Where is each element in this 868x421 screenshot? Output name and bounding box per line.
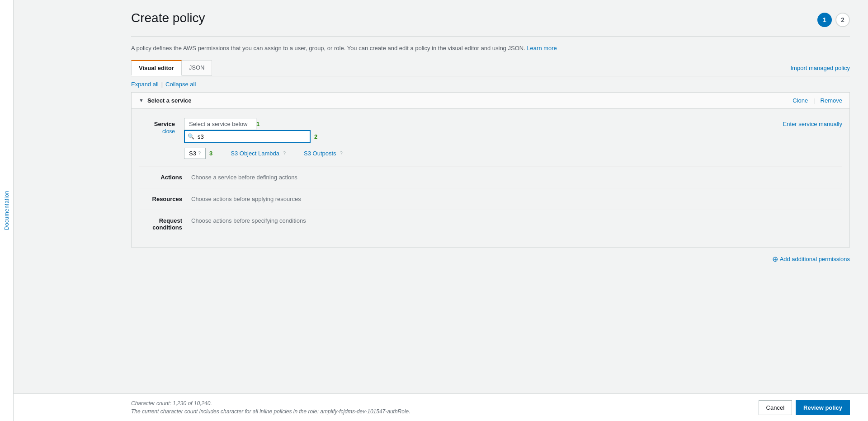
service-result-s3-lambda: S3 Object Lambda ?: [231, 150, 286, 157]
cancel-button[interactable]: Cancel: [759, 400, 792, 415]
service-section-header: ▼ Select a service Clone | Remove: [132, 93, 849, 109]
add-permissions-container: ⊕ Add additional permissions: [131, 248, 850, 271]
collapse-all-link[interactable]: Collapse all: [165, 81, 196, 88]
step-3-badge: 3: [209, 150, 212, 157]
service-results: S3 ? 3 S3 Object Lambda ? S3 Outposts: [184, 148, 842, 159]
sidebar: Documentation: [0, 0, 14, 421]
service-result-s3-outposts: S3 Outposts ?: [304, 150, 343, 157]
tab-visual-editor[interactable]: Visual editor: [131, 60, 182, 76]
page-wrapper: Create policy 1 2 A policy defines the A…: [14, 0, 868, 393]
footer: Character count: 1,230 of 10,240. The cu…: [14, 393, 868, 421]
actions-value: Choose a service before defining actions: [191, 174, 297, 181]
page-description: A policy defines the AWS permissions tha…: [131, 44, 850, 53]
char-count-line2: The current character count includes cha…: [131, 407, 410, 416]
step-indicators: 1 2: [817, 13, 850, 27]
service-select-input[interactable]: Select a service below: [184, 118, 256, 130]
step-2-indicator: 2: [835, 13, 850, 27]
expand-collapse-controls: Expand all | Collapse all: [131, 76, 850, 92]
header-divider: [131, 36, 850, 37]
tabs-container: Visual editor JSON Import managed policy: [131, 60, 850, 76]
select-a-service-label: Select a service: [147, 97, 192, 104]
documentation-tab[interactable]: Documentation: [4, 191, 10, 230]
actions-row: Actions Choose a service before defining…: [139, 166, 842, 188]
footer-buttons: Cancel Review policy: [759, 400, 850, 415]
enter-service-manually-link[interactable]: Enter service manually: [783, 121, 843, 127]
page-header: Create policy 1 2: [131, 11, 850, 27]
tab-json[interactable]: JSON: [181, 60, 212, 76]
service-search-input[interactable]: [184, 130, 311, 143]
resources-row: Resources Choose actions before applying…: [139, 188, 842, 210]
conditions-label: Request conditions: [146, 217, 191, 231]
learn-more-link[interactable]: Learn more: [527, 45, 557, 51]
search-container: 🔍 2: [184, 130, 842, 143]
add-permissions-label: Add additional permissions: [780, 256, 850, 262]
service-header-right: Clone | Remove: [793, 97, 842, 104]
search-icon: 🔍: [188, 133, 194, 140]
s3-help-icon[interactable]: ?: [198, 150, 201, 156]
import-managed-policy-link[interactable]: Import managed policy: [790, 65, 850, 71]
step-1-badge: 1: [256, 121, 259, 127]
step-2-badge: 2: [314, 133, 317, 140]
service-result-s3: S3 ? 3: [184, 148, 212, 159]
close-link[interactable]: close: [139, 128, 175, 135]
clone-link[interactable]: Clone: [793, 97, 808, 104]
resources-value: Choose actions before applying resources: [191, 196, 301, 202]
s3-outposts-help-icon[interactable]: ?: [340, 150, 343, 156]
actions-label: Actions: [146, 174, 191, 181]
remove-link[interactable]: Remove: [821, 97, 842, 104]
service-header-left: ▼ Select a service: [139, 97, 191, 104]
main-content: Create policy 1 2 A policy defines the A…: [14, 0, 868, 421]
s3-outposts-link[interactable]: S3 Outposts: [304, 150, 336, 157]
chevron-down-icon: ▼: [139, 98, 144, 103]
plus-icon: ⊕: [772, 255, 778, 263]
s3-object-lambda-link[interactable]: S3 Object Lambda: [231, 150, 279, 157]
char-count: Character count: 1,230 of 10,240. The cu…: [131, 399, 410, 416]
resources-label: Resources: [146, 196, 191, 202]
s3-lambda-help-icon[interactable]: ?: [283, 150, 286, 156]
s3-label: S3: [189, 150, 196, 157]
step-1-indicator: 1: [817, 13, 832, 27]
conditions-row: Request conditions Choose actions before…: [139, 210, 842, 238]
review-policy-button[interactable]: Review policy: [796, 400, 850, 415]
s3-button[interactable]: S3 ?: [184, 148, 206, 159]
tabs: Visual editor JSON: [131, 60, 212, 76]
separator: |: [161, 81, 163, 88]
add-additional-permissions-link[interactable]: ⊕ Add additional permissions: [772, 255, 850, 263]
service-select-row: Select a service below 1 Enter service m…: [184, 118, 842, 130]
service-label-group: Service close: [139, 118, 184, 135]
service-body: Service close Select a service below 1 E…: [132, 109, 849, 247]
service-row: Service close Select a service below 1 E…: [139, 118, 842, 159]
char-count-line1: Character count: 1,230 of 10,240.: [131, 399, 410, 407]
expand-all-link[interactable]: Expand all: [131, 81, 159, 88]
service-label: Service: [139, 118, 184, 127]
conditions-value: Choose actions before specifying conditi…: [191, 217, 306, 224]
service-section: ▼ Select a service Clone | Remove Servic…: [131, 92, 850, 248]
service-controls: Select a service below 1 Enter service m…: [184, 118, 842, 159]
page-title: Create policy: [131, 11, 205, 25]
action-separator: |: [813, 97, 815, 104]
